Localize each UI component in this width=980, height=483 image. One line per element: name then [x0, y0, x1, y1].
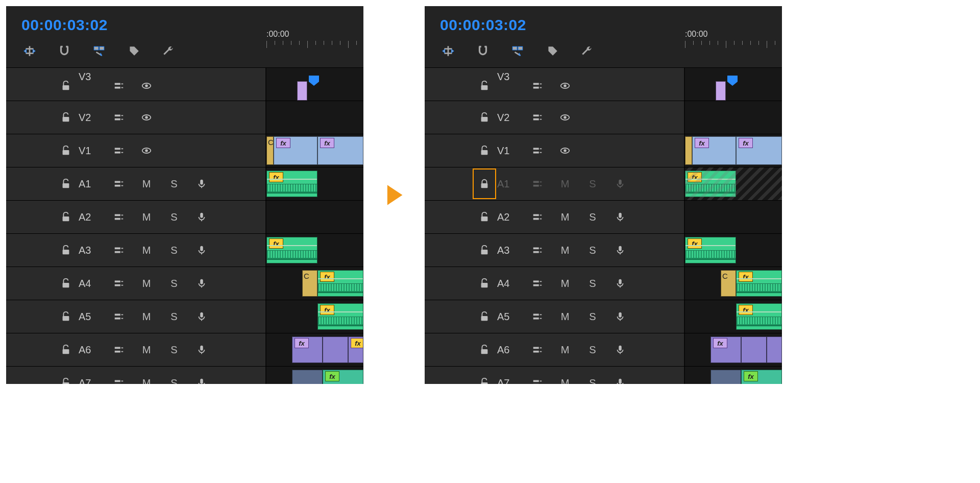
- mute-toggle-a7[interactable]: M: [551, 367, 579, 384]
- video-clip[interactable]: fx: [317, 136, 363, 165]
- mute-toggle-a4[interactable]: M: [551, 267, 579, 300]
- track-output-eye-icon-v2[interactable]: [133, 101, 160, 134]
- lock-toggle-a4[interactable]: [472, 267, 497, 300]
- video-clip[interactable]: C: [266, 136, 274, 165]
- sync-lock-toggle-a1[interactable]: [105, 167, 133, 200]
- mute-toggle-a3[interactable]: M: [133, 234, 160, 267]
- sync-lock-toggle-a3[interactable]: [524, 234, 551, 267]
- lock-toggle-v1[interactable]: [53, 134, 79, 167]
- audio-clip[interactable]: fx: [685, 171, 736, 197]
- audio-clip[interactable]: fx: [348, 336, 363, 363]
- solo-toggle-a6[interactable]: S: [160, 333, 188, 366]
- solo-toggle-a5[interactable]: S: [160, 300, 188, 333]
- fx-badge-icon[interactable]: fx: [325, 371, 339, 381]
- fx-badge-icon[interactable]: fx: [276, 138, 290, 148]
- track-content-a4[interactable]: C fx: [266, 267, 363, 300]
- track-header-v1[interactable]: V1: [6, 134, 266, 167]
- linked-selection-icon[interactable]: [90, 42, 108, 60]
- audio-clip[interactable]: fx: [266, 171, 317, 197]
- mute-toggle-a7[interactable]: M: [133, 367, 160, 384]
- mute-toggle-a6[interactable]: M: [133, 333, 160, 366]
- fx-badge-icon[interactable]: fx: [739, 138, 753, 148]
- mute-toggle-a4[interactable]: M: [133, 267, 160, 300]
- track-header-v1[interactable]: V1: [425, 134, 685, 167]
- track-content-a2[interactable]: [266, 201, 363, 233]
- mute-toggle-a2[interactable]: M: [133, 201, 160, 233]
- solo-toggle-a4[interactable]: S: [579, 267, 606, 300]
- fx-badge-icon[interactable]: fx: [320, 305, 334, 315]
- voiceover-mic-icon-a4[interactable]: [188, 267, 215, 300]
- track-header-a5[interactable]: A5 M S: [6, 300, 266, 333]
- sync-lock-toggle-a1[interactable]: [524, 167, 551, 200]
- solo-toggle-a7[interactable]: S: [579, 367, 606, 384]
- fx-badge-icon[interactable]: fx: [269, 238, 283, 249]
- sync-lock-toggle-a6[interactable]: [524, 333, 551, 366]
- track-output-eye-icon-v1[interactable]: [551, 134, 579, 167]
- lock-toggle-a7[interactable]: [472, 367, 497, 384]
- mute-toggle-a2[interactable]: M: [551, 201, 579, 233]
- lock-toggle-a5[interactable]: [472, 300, 497, 333]
- voiceover-mic-icon-a5[interactable]: [188, 300, 215, 333]
- timeline-ruler-area[interactable]: :00:00: [685, 29, 782, 57]
- voiceover-mic-icon-a1[interactable]: [606, 167, 634, 200]
- track-header-v3[interactable]: V3: [425, 68, 685, 101]
- audio-clip[interactable]: fx: [741, 370, 782, 384]
- track-content-a3[interactable]: fx: [266, 234, 363, 267]
- solo-toggle-a5[interactable]: S: [579, 300, 606, 333]
- fx-badge-icon[interactable]: fx: [713, 338, 727, 348]
- audio-clip[interactable]: [710, 370, 741, 384]
- track-header-a4[interactable]: A4 M S: [6, 267, 266, 300]
- mute-toggle-a1[interactable]: M: [551, 167, 579, 200]
- voiceover-mic-icon-a7[interactable]: [606, 367, 634, 384]
- voiceover-mic-icon-a6[interactable]: [606, 333, 634, 366]
- marker-tag-icon[interactable]: [125, 42, 143, 60]
- voiceover-mic-icon-a5[interactable]: [606, 300, 634, 333]
- video-clip[interactable]: fx: [692, 136, 736, 165]
- sync-lock-toggle-a7[interactable]: [105, 367, 133, 384]
- mute-toggle-a5[interactable]: M: [133, 300, 160, 333]
- marker-tag-icon[interactable]: [543, 42, 561, 60]
- track-header-v2[interactable]: V2: [425, 101, 685, 134]
- insert-overwrite-toggle-icon[interactable]: [439, 42, 457, 60]
- fx-badge-icon[interactable]: fx: [295, 338, 309, 348]
- lock-toggle-v2[interactable]: [53, 101, 79, 134]
- track-content-a7[interactable]: fx: [266, 367, 363, 384]
- track-content-a1[interactable]: fx: [685, 167, 782, 200]
- track-output-eye-icon-v3[interactable]: [551, 71, 579, 101]
- sync-lock-toggle-v3[interactable]: [105, 71, 133, 101]
- track-content-a4[interactable]: C fx: [685, 267, 782, 300]
- audio-clip[interactable]: [767, 336, 782, 363]
- fx-badge-icon[interactable]: fx: [739, 305, 753, 315]
- lock-toggle-v2[interactable]: [472, 101, 497, 134]
- solo-toggle-a6[interactable]: S: [579, 333, 606, 366]
- audio-clip[interactable]: C: [302, 270, 317, 297]
- voiceover-mic-icon-a3[interactable]: [606, 234, 634, 267]
- sync-lock-toggle-a6[interactable]: [105, 333, 133, 366]
- track-content-a7[interactable]: fx: [685, 367, 782, 384]
- fx-badge-icon[interactable]: fx: [320, 272, 334, 282]
- lock-toggle-v1[interactable]: [472, 134, 497, 167]
- audio-clip[interactable]: C: [721, 270, 736, 297]
- fx-badge-icon[interactable]: fx: [695, 138, 709, 148]
- voiceover-mic-icon-a2[interactable]: [188, 201, 215, 233]
- solo-toggle-a1[interactable]: S: [160, 167, 188, 200]
- solo-toggle-a3[interactable]: S: [160, 234, 188, 267]
- track-content-a6[interactable]: fx: [685, 333, 782, 366]
- solo-toggle-a1[interactable]: S: [579, 167, 606, 200]
- voiceover-mic-icon-a2[interactable]: [606, 201, 634, 233]
- audio-clip[interactable]: fx: [317, 270, 363, 297]
- sync-lock-toggle-v3[interactable]: [524, 71, 551, 101]
- fx-badge-icon[interactable]: fx: [351, 338, 363, 348]
- track-content-a5[interactable]: fx: [266, 300, 363, 333]
- track-content-v2[interactable]: [685, 101, 782, 134]
- timeline-ruler-area[interactable]: :00:00: [266, 29, 363, 57]
- solo-toggle-a2[interactable]: S: [160, 201, 188, 233]
- audio-clip[interactable]: [323, 336, 348, 363]
- track-header-a1[interactable]: A1 M S: [6, 167, 266, 200]
- sync-lock-toggle-a7[interactable]: [524, 367, 551, 384]
- lock-toggle-a1-locked[interactable]: [472, 167, 497, 200]
- voiceover-mic-icon-a7[interactable]: [188, 367, 215, 384]
- video-clip[interactable]: fx: [736, 136, 782, 165]
- lock-toggle-a2[interactable]: [472, 201, 497, 233]
- title-clip[interactable]: [297, 81, 307, 101]
